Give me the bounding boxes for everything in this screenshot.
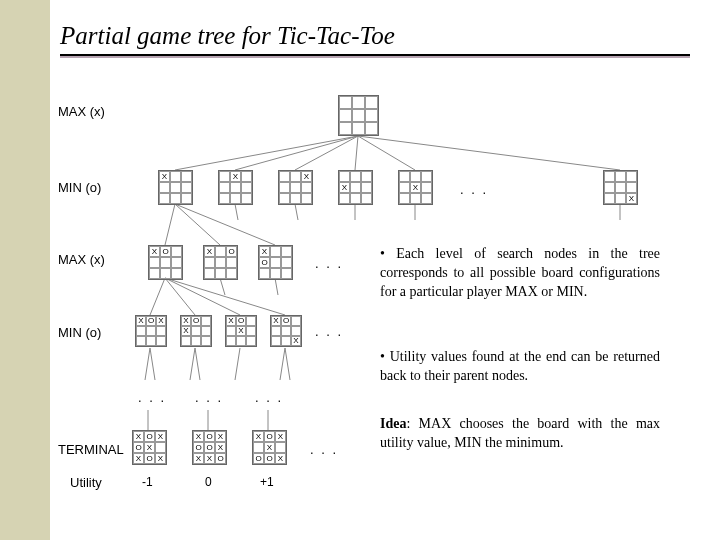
- board-l1-2: X: [278, 170, 313, 205]
- board-cell: X: [204, 453, 215, 464]
- board-cell: X: [215, 431, 226, 442]
- board-cell: [191, 326, 201, 336]
- note-3-prefix: Idea: [380, 416, 406, 431]
- page-title: Partial game tree for Tic-Tac-Toe: [60, 22, 700, 50]
- board-cell: X: [253, 431, 264, 442]
- board-cell: O: [253, 453, 264, 464]
- board-cell: [339, 122, 352, 135]
- board-cell: [149, 268, 160, 279]
- board-cell: [290, 171, 301, 182]
- board-cell: O: [226, 246, 237, 257]
- board-cell: X: [133, 431, 144, 442]
- ellipsis-l1: . . .: [460, 182, 488, 197]
- board-cell: X: [204, 246, 215, 257]
- board-cell: [365, 122, 378, 135]
- board-cell: [219, 193, 230, 204]
- board-cell: O: [146, 316, 156, 326]
- board-l2-2: XO: [258, 245, 293, 280]
- board-cell: [246, 336, 256, 346]
- utility-2: +1: [260, 475, 274, 489]
- board-l1-8: X: [603, 170, 638, 205]
- board-cell: [399, 193, 410, 204]
- board-cell: [241, 193, 252, 204]
- board-cell: [159, 193, 170, 204]
- board-cell: X: [226, 316, 236, 326]
- board-cell: O: [133, 442, 144, 453]
- board-l1-0: X: [158, 170, 193, 205]
- board-cell: [136, 336, 146, 346]
- board-cell: [226, 268, 237, 279]
- board-cell: [350, 193, 361, 204]
- ellipsis-term: . . .: [310, 442, 338, 457]
- note-2: • Utility values found at the end can be…: [380, 348, 660, 386]
- board-cell: X: [144, 442, 155, 453]
- board-l3-1: XOX: [180, 315, 212, 347]
- board-cell: [399, 182, 410, 193]
- board-cell: [275, 442, 286, 453]
- board-cell: [270, 246, 281, 257]
- board-cell: X: [193, 431, 204, 442]
- board-cell: [246, 316, 256, 326]
- board-cell: [271, 326, 281, 336]
- board-cell: [181, 171, 192, 182]
- board-cell: [421, 171, 432, 182]
- ellipsis-l3: . . .: [315, 324, 343, 339]
- board-cell: [301, 182, 312, 193]
- board-cell: [201, 326, 211, 336]
- board-cell: [281, 268, 292, 279]
- board-cell: [410, 171, 421, 182]
- board-cell: [204, 257, 215, 268]
- board-cell: [201, 316, 211, 326]
- board-cell: [181, 182, 192, 193]
- board-term-0: XOXOXXOX: [132, 430, 167, 465]
- label-utility: Utility: [70, 475, 102, 490]
- board-cell: [160, 257, 171, 268]
- board-cell: [171, 268, 182, 279]
- board-cell: [350, 171, 361, 182]
- board-l1-4: X: [398, 170, 433, 205]
- board-cell: X: [236, 326, 246, 336]
- board-cell: [361, 182, 372, 193]
- board-cell: [181, 336, 191, 346]
- board-cell: [604, 171, 615, 182]
- board-cell: [170, 182, 181, 193]
- board-cell: [352, 96, 365, 109]
- board-cell: [365, 96, 378, 109]
- board-cell: X: [155, 431, 166, 442]
- board-cell: [226, 326, 236, 336]
- board-cell: [361, 171, 372, 182]
- board-cell: [352, 109, 365, 122]
- board-l2-0: XO: [148, 245, 183, 280]
- board-cell: [171, 257, 182, 268]
- board-cell: X: [136, 316, 146, 326]
- board-cell: O: [264, 453, 275, 464]
- label-max-2: MAX (x): [58, 252, 105, 267]
- ellipsis-l2: . . .: [315, 256, 343, 271]
- board-cell: [160, 268, 171, 279]
- board-cell: [281, 246, 292, 257]
- board-l3-3: XOX: [270, 315, 302, 347]
- board-cell: O: [215, 453, 226, 464]
- board-cell: [281, 257, 292, 268]
- board-cell: X: [193, 453, 204, 464]
- board-cell: [291, 316, 301, 326]
- board-cell: [226, 257, 237, 268]
- ellipsis-gap-1: . . .: [138, 390, 166, 405]
- board-cell: [339, 171, 350, 182]
- left-accent-band: [0, 0, 50, 540]
- board-cell: [146, 336, 156, 346]
- board-cell: [170, 171, 181, 182]
- board-cell: [350, 182, 361, 193]
- label-max-1: MAX (x): [58, 104, 105, 119]
- board-cell: X: [155, 453, 166, 464]
- board-root: [338, 95, 379, 136]
- board-cell: X: [159, 171, 170, 182]
- board-cell: X: [271, 316, 281, 326]
- board-cell: [155, 442, 166, 453]
- board-cell: X: [149, 246, 160, 257]
- board-cell: [410, 193, 421, 204]
- board-cell: [219, 171, 230, 182]
- board-cell: [279, 171, 290, 182]
- board-cell: [301, 193, 312, 204]
- board-cell: X: [301, 171, 312, 182]
